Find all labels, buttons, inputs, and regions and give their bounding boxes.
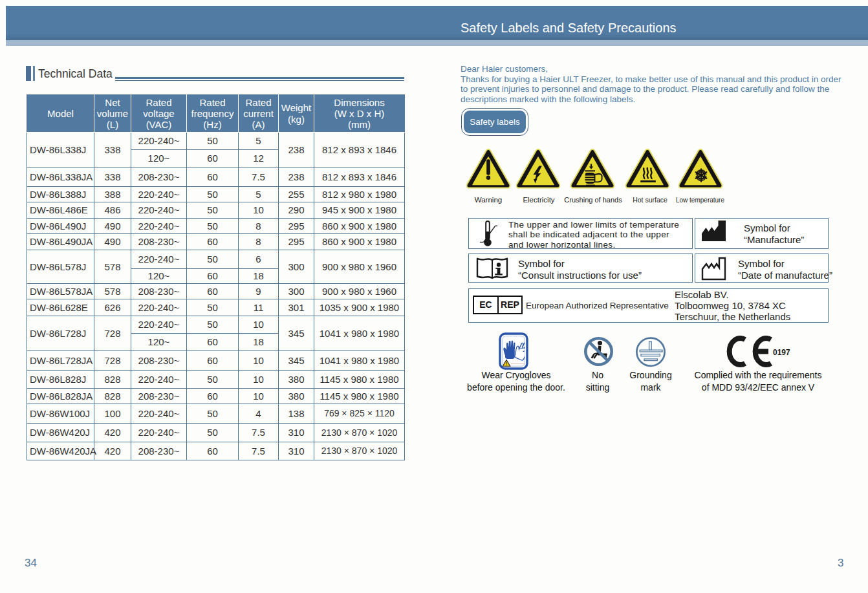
svg-text:0197: 0197 [773,348,790,357]
svg-text:!: ! [506,361,508,367]
